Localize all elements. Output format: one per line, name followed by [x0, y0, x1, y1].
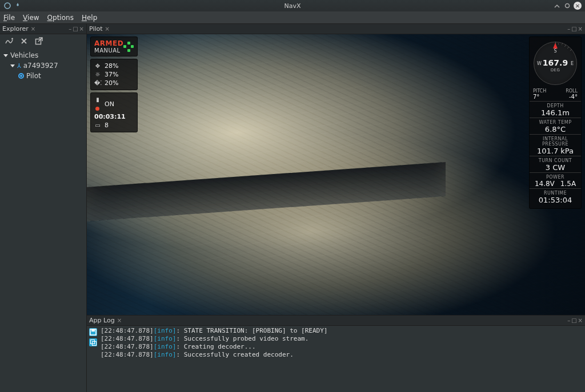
press-value: 101.7 kPa	[532, 147, 579, 155]
roll-label: ROLL	[566, 88, 578, 94]
gains-card: ✥28% ☼37% �⁚20%	[90, 59, 138, 90]
recording-card: ▮ON 00:03:11 ▭8	[90, 92, 138, 132]
runtime-value: 01:53:04	[532, 196, 579, 204]
heading-unit: DEG	[551, 68, 560, 72]
camera-icon: ▮	[94, 95, 101, 112]
window-title: NavX	[284, 2, 300, 10]
remove-icon[interactable]	[19, 37, 29, 46]
log-output[interactable]: [22:48:47.878][info]: STATE TRANSITION: …	[101, 327, 327, 391]
panel-max-icon[interactable]: □	[571, 26, 576, 32]
applog-tab[interactable]: App Log ×	[89, 317, 122, 324]
camera-feed	[87, 34, 585, 315]
status-card: ARMED MANUAL	[90, 37, 138, 56]
amps-value: 1.5A	[560, 180, 576, 188]
explorer-tab-label: Explorer	[2, 25, 29, 33]
menu-file[interactable]: File	[3, 14, 15, 22]
explorer-panel: Explorer × – □ × Vehicles	[0, 24, 87, 392]
joystick-icon	[123, 42, 134, 52]
rec-elapsed: 00:03:11	[94, 112, 126, 121]
depth-label: DEPTH	[532, 103, 579, 108]
telemetry-card: S W E 167.9 DEG PITCHROLL 7°-4° DEPTH146…	[529, 37, 582, 209]
runtime-label: RUNTIME	[532, 191, 579, 196]
pitch-value: 7°	[533, 94, 539, 100]
north-needle-icon	[553, 43, 558, 49]
tree-root-vehicles[interactable]: Vehicles	[2, 50, 84, 60]
rec-state: ON	[105, 100, 114, 108]
compass-w: W	[537, 61, 542, 66]
video-viewport[interactable]: ARMED MANUAL ✥28% ☼37% �⁚20% ▮ON 00:0	[87, 34, 585, 315]
light-icon: ☼	[94, 70, 101, 79]
thrust-icon: ✥	[94, 62, 101, 70]
expand-icon	[10, 64, 15, 67]
panel-min-icon[interactable]: –	[567, 317, 570, 324]
depth-value: 146.1m	[532, 108, 579, 117]
volts-value: 14.8V	[535, 180, 555, 188]
power-label: POWER	[532, 175, 579, 180]
press-label: INTERNAL PRESSURE	[532, 136, 579, 147]
svg-rect-4	[91, 329, 95, 332]
panel-close-icon[interactable]: ×	[578, 26, 583, 32]
close-icon[interactable]: ✕	[574, 2, 582, 10]
applog-tab-label: App Log	[89, 317, 115, 324]
tree-root-label: Vehicles	[10, 51, 38, 59]
tree-vehicle[interactable]: ⅄ a7493927	[2, 60, 84, 71]
pilot-tab-label: Pilot	[89, 25, 103, 33]
compass-e: E	[571, 61, 574, 66]
panel-min-icon[interactable]: –	[69, 26, 71, 32]
menu-bar: File View Options Help	[0, 11, 585, 24]
panel-close-icon[interactable]: ×	[578, 317, 583, 324]
open-external-icon[interactable]	[34, 37, 43, 46]
panel-max-icon[interactable]: □	[571, 317, 576, 324]
pilot-tab[interactable]: Pilot ×	[89, 25, 110, 33]
active-indicator-icon	[18, 73, 24, 79]
add-connection-icon[interactable]	[5, 37, 14, 46]
expand-icon	[3, 54, 8, 57]
clips-icon: ▭	[94, 121, 101, 130]
temp-value: 6.8°C	[532, 125, 579, 134]
close-tab-icon[interactable]: ×	[31, 26, 35, 32]
window-titlebar: NavX ✕	[0, 0, 585, 11]
pin-icon[interactable]	[14, 2, 22, 10]
turns-value: 3 CW	[532, 163, 579, 172]
explorer-toolbar	[0, 34, 86, 48]
light-value: 37%	[105, 70, 118, 79]
roll-value: -4°	[569, 94, 578, 100]
svg-point-1	[566, 4, 570, 8]
svg-point-0	[5, 3, 10, 9]
maximize-icon[interactable]	[563, 2, 571, 10]
pilot-panel: Pilot × – □ × ARMED	[87, 24, 585, 315]
save-log-icon[interactable]	[89, 328, 97, 336]
explorer-tab[interactable]: Explorer ×	[2, 25, 35, 33]
pitch-label: PITCH	[533, 88, 546, 94]
explorer-tree: Vehicles ⅄ a7493927 Pilot	[0, 48, 86, 83]
tree-pilot-label: Pilot	[26, 72, 41, 80]
compass-s: S	[554, 49, 556, 54]
menu-help[interactable]: Help	[82, 14, 97, 22]
copy-log-icon[interactable]	[89, 338, 97, 346]
panel-max-icon[interactable]: □	[73, 26, 78, 32]
turns-label: TURN COUNT	[532, 158, 579, 163]
close-tab-icon[interactable]: ×	[117, 317, 122, 324]
panel-min-icon[interactable]: –	[567, 26, 570, 32]
tree-vehicle-label: a7493927	[23, 62, 58, 70]
heading-value: 167.9	[543, 58, 568, 67]
panel-close-icon[interactable]: ×	[79, 26, 84, 32]
compass: S W E 167.9 DEG	[531, 39, 579, 87]
vehicle-icon: ⅄	[17, 62, 21, 70]
mode-label: MANUAL	[94, 47, 123, 54]
thrust-value: 28%	[105, 62, 118, 70]
menu-view[interactable]: View	[23, 14, 39, 22]
temp-label: WATER TEMP	[532, 120, 579, 125]
tilt-icon: �⁚	[94, 79, 101, 87]
rec-clips: 8	[105, 121, 109, 130]
menu-options[interactable]: Options	[47, 14, 74, 22]
app-menu-icon[interactable]	[3, 2, 11, 10]
applog-panel: App Log × – □ × [22:48:47.878][info]: ST…	[87, 315, 585, 392]
minimize-icon[interactable]	[553, 2, 561, 10]
tree-pilot[interactable]: Pilot	[2, 71, 84, 81]
close-tab-icon[interactable]: ×	[105, 26, 110, 32]
armed-label: ARMED	[94, 39, 123, 47]
tilt-value: 20%	[105, 79, 118, 87]
